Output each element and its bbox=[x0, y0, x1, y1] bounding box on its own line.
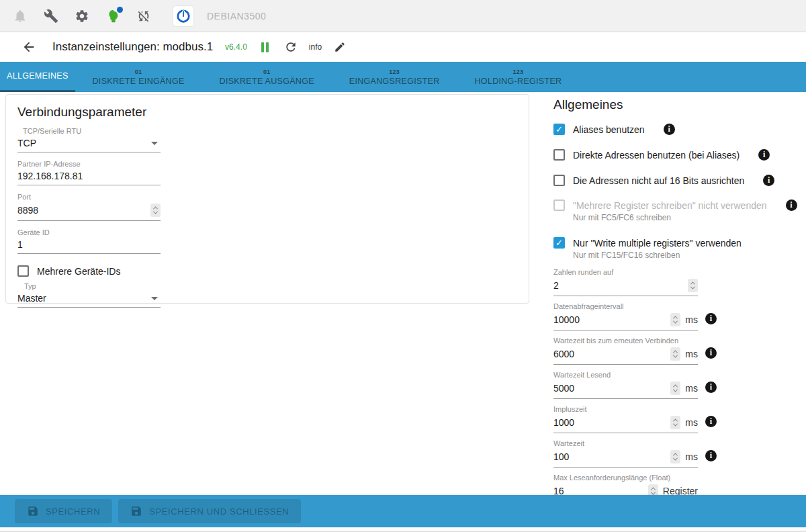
hostname-label: DEBIAN3500 bbox=[207, 11, 266, 21]
multi-device-ids-label: Mehrere Geräte-IDs bbox=[37, 266, 120, 277]
instance-settings-header: Instanzeinstellungen: modbus.1 v6.4.0 in… bbox=[0, 32, 806, 62]
info-icon[interactable] bbox=[705, 347, 717, 359]
back-arrow-button[interactable] bbox=[20, 38, 38, 56]
tab-diskrete-eingaenge[interactable]: 01 DISKRETE EINGÄNGE bbox=[75, 62, 202, 92]
host-notification-dot bbox=[117, 7, 123, 13]
chevron-down-icon bbox=[151, 142, 158, 145]
host-status-icon[interactable] bbox=[105, 8, 121, 24]
sync-disabled-icon[interactable] bbox=[136, 8, 152, 24]
connection-parameters-card: Verbindungsparameter TCP/Serielle RTU TC… bbox=[5, 94, 529, 304]
pulse-time-input[interactable]: 1000 ms bbox=[553, 413, 698, 433]
number-spinner[interactable] bbox=[688, 279, 698, 292]
read-timeout-input[interactable]: 5000 ms bbox=[553, 379, 698, 399]
info-icon[interactable] bbox=[786, 200, 797, 211]
save-and-close-button[interactable]: SPEICHERN UND SCHLIESSEN bbox=[118, 499, 301, 523]
info-icon[interactable] bbox=[705, 382, 717, 393]
device-id-input[interactable]: 1 bbox=[17, 236, 161, 254]
page-title: Instanzeinstellungen: modbus.1 bbox=[52, 40, 213, 54]
info-icon[interactable] bbox=[664, 124, 675, 135]
tab-eingangsregister[interactable]: 123 EINGANGSREGISTER bbox=[332, 62, 457, 92]
device-id-label: Geräte ID bbox=[17, 228, 517, 236]
number-spinner[interactable] bbox=[670, 450, 680, 463]
aliases-row: Aliases benutzen bbox=[553, 124, 802, 135]
notifications-bell-icon[interactable] bbox=[12, 8, 28, 24]
no-write-multiple-checkbox[interactable] bbox=[553, 200, 565, 211]
iobroker-adapter-logo bbox=[173, 6, 193, 26]
refresh-icon[interactable] bbox=[283, 40, 298, 54]
only-write-multiple-checkbox[interactable] bbox=[553, 237, 565, 249]
save-floppy-icon bbox=[130, 505, 142, 517]
port-input[interactable]: 8898 bbox=[17, 201, 161, 221]
tab-badge: 01 bbox=[263, 69, 271, 75]
save-floppy-icon bbox=[27, 505, 39, 517]
wrench-icon[interactable] bbox=[43, 8, 59, 24]
role-select[interactable]: Master bbox=[17, 290, 161, 308]
only-write-multiple-block: Nur "Write multiple registers" verwenden… bbox=[553, 237, 802, 260]
round-numbers-input[interactable]: 2 bbox=[553, 276, 698, 296]
read-timeout-field: Wartezeit Lesend 5000 ms bbox=[553, 371, 802, 399]
connection-type-select[interactable]: TCP bbox=[17, 135, 161, 152]
wait-time-input[interactable]: 100 ms bbox=[553, 447, 698, 468]
ip-label: Partner IP-Adresse bbox=[17, 160, 517, 168]
pulse-time-field: Impluszeit 1000 ms bbox=[553, 405, 802, 433]
general-heading: Allgemeines bbox=[553, 97, 802, 112]
port-label: Port bbox=[17, 193, 517, 201]
number-spinner[interactable] bbox=[670, 313, 680, 326]
app-topbar: DEBIAN3500 bbox=[0, 0, 806, 32]
reconnect-wait-field: Wartezeit bis zum erneuten Verbinden 600… bbox=[553, 337, 802, 365]
reconnect-wait-input[interactable]: 6000 ms bbox=[553, 345, 698, 365]
info-icon[interactable] bbox=[758, 149, 770, 161]
settings-content: Verbindungsparameter TCP/Serielle RTU TC… bbox=[0, 92, 806, 532]
number-spinner[interactable] bbox=[670, 382, 680, 395]
save-toolbar: SPEICHERN SPEICHERN UND SCHLIESSEN bbox=[0, 495, 806, 527]
adapter-version-label: v6.4.0 bbox=[225, 42, 247, 52]
only-write-multiple-sub: Nur mit FC15/FC16 schreiben bbox=[573, 251, 802, 260]
window-bottom-strip bbox=[0, 527, 806, 532]
number-spinner[interactable] bbox=[670, 416, 680, 429]
no-write-multiple-block: "Mehrere Register schreiben" nicht verwe… bbox=[553, 200, 802, 222]
tab-badge: 123 bbox=[389, 69, 400, 75]
number-spinner[interactable] bbox=[670, 347, 680, 361]
connection-heading: Verbindungsparameter bbox=[17, 105, 517, 120]
info-icon[interactable] bbox=[763, 175, 774, 186]
pause-instance-button[interactable] bbox=[258, 40, 273, 54]
settings-tabbar: ALLGEMEINES 01 DISKRETE EINGÄNGE 01 DISK… bbox=[0, 62, 806, 92]
info-link[interactable]: info bbox=[309, 42, 322, 52]
info-icon[interactable] bbox=[705, 450, 717, 461]
role-label: Typ bbox=[24, 282, 517, 290]
wait-time-field: Wartezeit 100 ms bbox=[553, 439, 802, 468]
no-write-multiple-sub: Nur mit FC5/FC6 schreiben bbox=[573, 213, 802, 222]
settings-gear-icon[interactable] bbox=[74, 8, 90, 24]
multi-device-ids-row: Mehrere Geräte-IDs bbox=[17, 265, 517, 277]
no-align-16bit-row: Die Adressen nicht auf 16 Bits ausrichte… bbox=[553, 175, 802, 186]
poll-interval-field: Datenabfrageintervall 10000 ms bbox=[553, 302, 802, 330]
edit-pencil-icon[interactable] bbox=[332, 40, 347, 54]
number-spinner[interactable] bbox=[150, 204, 161, 217]
connection-type-label: TCP/Serielle RTU bbox=[23, 127, 517, 135]
tab-badge: 123 bbox=[512, 69, 523, 75]
poll-interval-input[interactable]: 10000 ms bbox=[553, 310, 698, 330]
chevron-down-icon bbox=[151, 297, 158, 300]
general-settings-panel: Allgemeines Aliases benutzen Direkte Adr… bbox=[553, 97, 802, 532]
only-write-multiple-row: Nur "Write multiple registers" verwenden bbox=[553, 237, 802, 249]
aliases-checkbox[interactable] bbox=[553, 124, 565, 135]
direct-addresses-checkbox[interactable] bbox=[553, 149, 565, 161]
save-button[interactable]: SPEICHERN bbox=[15, 499, 112, 523]
tab-allgemeines[interactable]: ALLGEMEINES bbox=[0, 62, 75, 92]
no-write-multiple-row: "Mehrere Register schreiben" nicht verwe… bbox=[553, 200, 802, 211]
no-align-16bit-checkbox[interactable] bbox=[553, 175, 565, 186]
tab-diskrete-ausgaenge[interactable]: 01 DISKRETE AUSGÄNGE bbox=[202, 62, 332, 92]
info-icon[interactable] bbox=[705, 313, 717, 324]
info-icon[interactable] bbox=[705, 416, 717, 427]
tab-badge: 01 bbox=[135, 69, 142, 75]
direct-addresses-row: Direkte Adressen benutzen (bei Aliases) bbox=[553, 149, 802, 161]
ip-input[interactable]: 192.168.178.81 bbox=[17, 168, 161, 185]
round-numbers-field: Zahlen runden auf 2 bbox=[553, 268, 802, 296]
multi-device-ids-checkbox[interactable] bbox=[17, 265, 29, 277]
tab-holding-register[interactable]: 123 HOLDING-REGISTER bbox=[457, 62, 580, 92]
